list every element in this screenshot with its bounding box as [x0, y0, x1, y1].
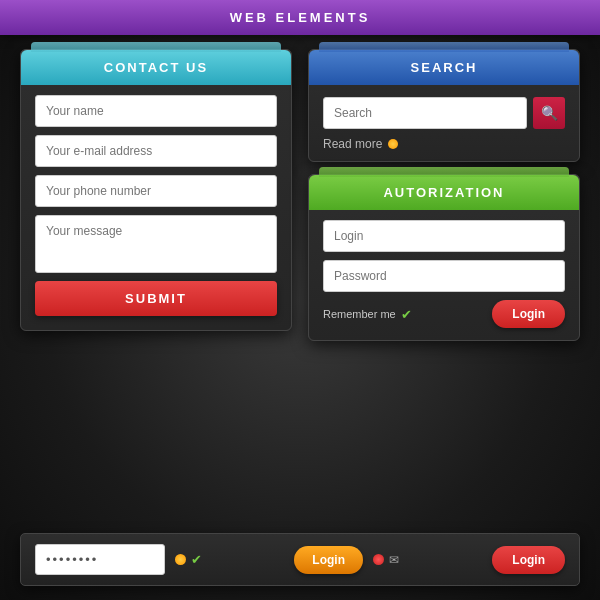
main-area: CONTACT US SUBMIT SEARCH 🔍 [20, 49, 580, 523]
auth-form-body: Remember me ✔ Login [309, 210, 579, 340]
message-input[interactable] [35, 215, 277, 273]
read-more-dot [388, 139, 398, 149]
right-column: SEARCH 🔍 Read more AUTORIZATION [308, 49, 580, 523]
contact-panel: CONTACT US SUBMIT [20, 49, 292, 331]
bottom-dot-red [373, 554, 384, 565]
search-body: 🔍 Read more [309, 85, 579, 161]
search-panel-title: SEARCH [411, 60, 478, 75]
phone-input[interactable] [35, 175, 277, 207]
remember-me-row: Remember me ✔ [323, 307, 412, 322]
top-banner-label: WEB ELEMENTS [230, 10, 371, 25]
top-banner: WEB ELEMENTS [0, 0, 600, 35]
bottom-dot-orange [175, 554, 186, 565]
auth-panel-header: AUTORIZATION [309, 175, 579, 210]
read-more-label: Read more [323, 137, 382, 151]
bottom-password-input[interactable] [35, 544, 165, 575]
search-panel: SEARCH 🔍 Read more [308, 49, 580, 162]
remember-me-label: Remember me [323, 308, 396, 320]
read-more-row[interactable]: Read more [323, 137, 565, 151]
search-icon: 🔍 [541, 105, 558, 121]
bottom-icons: ✔ [175, 552, 284, 567]
search-row: 🔍 [323, 97, 565, 129]
bottom-login-red-button[interactable]: Login [492, 546, 565, 574]
email-input[interactable] [35, 135, 277, 167]
search-button[interactable]: 🔍 [533, 97, 565, 129]
login-input[interactable] [323, 220, 565, 252]
name-input[interactable] [35, 95, 277, 127]
auth-panel-title: AUTORIZATION [383, 185, 504, 200]
bottom-envelope-icon: ✉ [389, 553, 399, 567]
search-input[interactable] [323, 97, 527, 129]
bottom-login-orange-button[interactable]: Login [294, 546, 363, 574]
contact-panel-header: CONTACT US [21, 50, 291, 85]
contact-panel-title: CONTACT US [104, 60, 208, 75]
submit-button[interactable]: SUBMIT [35, 281, 277, 316]
bottom-bar: ✔ Login ✉ Login [20, 533, 580, 586]
remember-me-check-icon: ✔ [401, 307, 412, 322]
contact-form-body: SUBMIT [21, 85, 291, 330]
auth-bottom-row: Remember me ✔ Login [323, 300, 565, 328]
password-input[interactable] [323, 260, 565, 292]
auth-login-button[interactable]: Login [492, 300, 565, 328]
bottom-icons-2: ✉ [373, 553, 482, 567]
search-panel-header: SEARCH [309, 50, 579, 85]
auth-panel: AUTORIZATION Remember me ✔ Login [308, 174, 580, 341]
left-column: CONTACT US SUBMIT [20, 49, 292, 523]
bottom-check-icon: ✔ [191, 552, 202, 567]
